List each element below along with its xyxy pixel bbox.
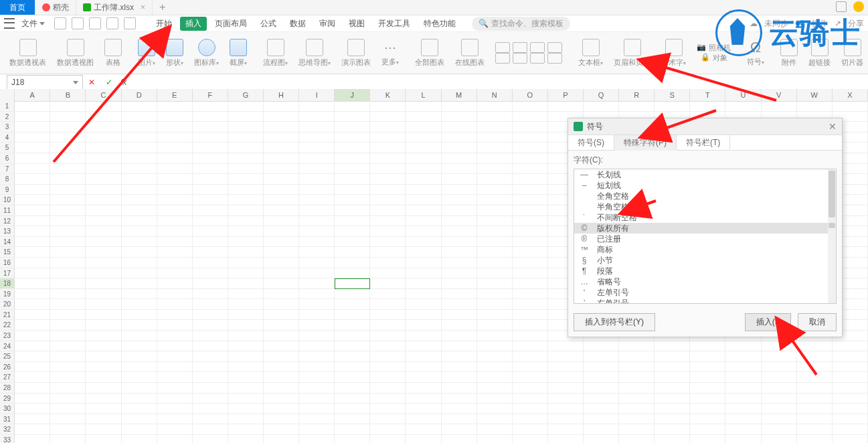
cell[interactable] bbox=[725, 362, 761, 373]
tool-pivot-table[interactable]: 数据透视表 bbox=[4, 39, 52, 68]
cell[interactable] bbox=[264, 258, 299, 268]
dialog-title-bar[interactable]: 符号 ✕ bbox=[568, 118, 842, 135]
cell[interactable] bbox=[86, 174, 121, 185]
cell[interactable] bbox=[370, 372, 406, 383]
cell[interactable] bbox=[122, 185, 157, 195]
column-header[interactable]: N bbox=[477, 89, 513, 101]
cell[interactable] bbox=[762, 393, 797, 404]
cell[interactable] bbox=[370, 331, 406, 341]
cell[interactable] bbox=[15, 101, 50, 112]
cell[interactable] bbox=[370, 122, 406, 132]
column-header[interactable]: L bbox=[406, 89, 441, 101]
cell[interactable] bbox=[335, 195, 370, 205]
row-header[interactable]: 31 bbox=[0, 414, 15, 425]
cell[interactable] bbox=[833, 424, 868, 435]
cell[interactable] bbox=[335, 268, 370, 279]
row-header[interactable]: 8 bbox=[0, 174, 15, 185]
cell[interactable] bbox=[513, 320, 548, 331]
cell[interactable] bbox=[299, 164, 335, 175]
cell[interactable] bbox=[406, 101, 441, 112]
cell[interactable] bbox=[193, 112, 228, 122]
cell[interactable] bbox=[193, 237, 228, 248]
ribbon-tab-8[interactable]: 特色功能 bbox=[418, 17, 461, 31]
cell[interactable] bbox=[584, 393, 619, 404]
cell[interactable] bbox=[86, 331, 121, 341]
row-header[interactable]: 10 bbox=[0, 195, 15, 205]
ribbon-tab-2[interactable]: 页面布局 bbox=[209, 17, 252, 31]
cell[interactable] bbox=[513, 310, 548, 321]
insert-button[interactable]: 插入(I) bbox=[745, 313, 791, 331]
cell[interactable] bbox=[406, 195, 441, 205]
cell[interactable] bbox=[264, 362, 299, 373]
cell[interactable] bbox=[513, 132, 548, 143]
tool-chart-minis[interactable] bbox=[490, 42, 568, 64]
cell[interactable] bbox=[477, 164, 513, 175]
row-header[interactable]: 4 bbox=[0, 132, 15, 143]
cell[interactable] bbox=[122, 435, 157, 443]
cell[interactable] bbox=[797, 414, 833, 425]
row-header[interactable]: 6 bbox=[0, 153, 15, 164]
cell[interactable] bbox=[15, 216, 50, 227]
row-header[interactable]: 5 bbox=[0, 143, 15, 153]
cell[interactable] bbox=[725, 341, 761, 352]
cell[interactable] bbox=[477, 310, 513, 321]
ribbon-tab-5[interactable]: 审阅 bbox=[314, 17, 341, 31]
cell[interactable] bbox=[50, 331, 86, 341]
cell[interactable] bbox=[50, 164, 86, 175]
cell[interactable] bbox=[264, 185, 299, 195]
column-header[interactable]: I bbox=[299, 89, 335, 101]
cell[interactable] bbox=[50, 320, 86, 331]
list-item[interactable]: §小节 bbox=[574, 255, 836, 266]
cell[interactable] bbox=[335, 289, 370, 300]
column-header[interactable]: D bbox=[122, 89, 157, 101]
cell[interactable] bbox=[370, 320, 406, 331]
cell[interactable] bbox=[584, 362, 619, 373]
cell[interactable] bbox=[406, 383, 441, 393]
cell[interactable] bbox=[193, 320, 228, 331]
cell[interactable] bbox=[477, 226, 513, 237]
cell[interactable] bbox=[406, 289, 441, 300]
cell[interactable] bbox=[15, 278, 50, 289]
cell[interactable] bbox=[406, 174, 441, 185]
cell[interactable] bbox=[228, 164, 264, 175]
cell[interactable] bbox=[833, 414, 868, 425]
cell[interactable] bbox=[335, 205, 370, 216]
cell[interactable] bbox=[655, 424, 690, 435]
cell[interactable] bbox=[370, 132, 406, 143]
cell[interactable] bbox=[15, 226, 50, 237]
cell[interactable] bbox=[725, 404, 761, 414]
cell[interactable] bbox=[370, 205, 406, 216]
qat-preview-icon[interactable] bbox=[89, 17, 101, 29]
cell[interactable] bbox=[584, 435, 619, 443]
list-item[interactable]: 半角空格 bbox=[574, 201, 836, 212]
cell[interactable] bbox=[264, 414, 299, 425]
cell[interactable] bbox=[86, 299, 121, 310]
cell[interactable] bbox=[548, 393, 584, 404]
cell[interactable] bbox=[264, 174, 299, 185]
cell[interactable] bbox=[513, 351, 548, 362]
fx-icon[interactable]: fx bbox=[120, 78, 126, 87]
cell[interactable] bbox=[157, 122, 193, 132]
cell[interactable] bbox=[122, 112, 157, 122]
cell[interactable] bbox=[86, 393, 121, 404]
column-header[interactable]: K bbox=[370, 89, 406, 101]
cell[interactable] bbox=[157, 247, 193, 258]
cell[interactable] bbox=[299, 299, 335, 310]
cell[interactable] bbox=[299, 143, 335, 153]
cell[interactable] bbox=[797, 383, 833, 393]
cell[interactable] bbox=[15, 320, 50, 331]
cell[interactable] bbox=[335, 299, 370, 310]
cell[interactable] bbox=[299, 414, 335, 425]
column-header[interactable]: F bbox=[193, 89, 228, 101]
cell[interactable] bbox=[370, 258, 406, 268]
cell[interactable] bbox=[299, 185, 335, 195]
cell[interactable] bbox=[299, 362, 335, 373]
cell[interactable] bbox=[228, 226, 264, 237]
cell[interactable] bbox=[335, 226, 370, 237]
cell[interactable] bbox=[335, 143, 370, 153]
cell[interactable] bbox=[299, 195, 335, 205]
cell[interactable] bbox=[442, 143, 477, 153]
column-header[interactable]: B bbox=[50, 89, 86, 101]
cell[interactable] bbox=[157, 278, 193, 289]
cell[interactable] bbox=[264, 372, 299, 383]
